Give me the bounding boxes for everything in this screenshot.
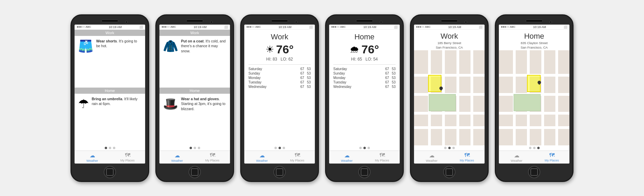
map-view[interactable] <box>414 50 485 145</box>
tab-icon-0: ☁ <box>90 152 95 159</box>
tab-item-1[interactable]: 🗺 My Places <box>364 151 400 164</box>
advice-item-1: 🎩 Wear a hat and gloves. Starting at 3pm… <box>159 94 230 145</box>
forecast-lo-2: 53 <box>392 76 396 80</box>
page-dots <box>414 145 485 151</box>
battery-icon: ⬜ <box>309 25 313 29</box>
forecast-day-1: Sunday <box>333 71 385 75</box>
home-button[interactable] <box>273 166 286 178</box>
tab-label-0: Weather <box>426 159 438 162</box>
address: 185 Berry StreetSan Francisco, CA <box>417 41 481 50</box>
road-v4 <box>471 50 473 145</box>
tab-label-1: My Places <box>205 159 220 162</box>
home-button[interactable] <box>358 166 371 178</box>
status-bar: ●●●○○ ABC 10:19 AM ⬜ <box>75 25 145 30</box>
time-label: 10:19 AM <box>109 25 122 29</box>
tab-icon-0: ☁ <box>344 152 350 159</box>
tab-item-1[interactable]: 🗺 My Places <box>280 151 315 164</box>
location-section-0: Work 🧥 Put on a coat. It's cold, and the… <box>159 30 230 88</box>
home-button[interactable] <box>443 166 455 178</box>
map-header: Home 835 Clayton StreetSan Francisco, CA <box>499 30 569 51</box>
forecast-hi-3: 67 <box>385 80 389 84</box>
weather-icon: 🌧 <box>350 44 359 55</box>
tab-item-0[interactable]: ☁ Weather <box>244 151 280 164</box>
screen: ●●●○○ ABC 10:19 AM ⬜ Home 835 Clayton St… <box>499 24 570 164</box>
weather-content: Home 🌧 76° HI: 65 LO: 54 Saturday 67 <box>329 30 400 145</box>
forecast-hi-0: 67 <box>300 67 304 71</box>
map-screen: Work 185 Berry StreetSan Francisco, CA <box>414 30 485 151</box>
tab-icon-1: 🗺 <box>210 152 215 158</box>
dot-0 <box>529 147 531 149</box>
phone-phone6: ●●●○○ ABC 10:19 AM ⬜ Home 835 Clayton St… <box>495 14 574 182</box>
dot-0 <box>444 147 447 149</box>
page-dots <box>499 145 569 151</box>
weather-screen: Work ☀ 76° HI: 83 LO: 62 Saturday 67 <box>244 30 315 151</box>
tab-item-1[interactable]: 🗺 My Places <box>534 151 569 164</box>
tab-item-0[interactable]: ☁ Weather <box>329 151 364 164</box>
road-h3 <box>499 112 569 115</box>
camera <box>210 21 212 23</box>
tab-item-0[interactable]: ☁ Weather <box>159 151 195 164</box>
home-button[interactable] <box>104 166 116 178</box>
tab-label-0: Weather <box>87 159 98 162</box>
tab-label-0: Weather <box>171 159 183 162</box>
tab-icon-0: ☁ <box>429 152 435 159</box>
forecast-lo-3: 53 <box>307 80 311 84</box>
road-v4 <box>555 50 558 145</box>
forecast-lo-3: 53 <box>392 80 396 84</box>
tab-item-0[interactable]: ☁ Weather <box>75 151 110 164</box>
advice-item-0: 🧥 Put on a coat. It's cold, and there's … <box>159 36 230 88</box>
dot-1 <box>363 147 366 149</box>
map-view[interactable] <box>499 50 569 145</box>
carrier-label: ●●●○○ ABC <box>416 25 430 28</box>
forecast-hi-2: 67 <box>300 76 304 80</box>
forecast-lo-1: 53 <box>392 71 396 75</box>
dot-1 <box>194 147 196 149</box>
advice-screen: Work 🩳 Wear shorts. It's going to be hot… <box>75 30 145 151</box>
tab-item-1[interactable]: 🗺 My Places <box>195 151 230 164</box>
tab-item-0[interactable]: ☁ Weather <box>414 151 449 164</box>
hi-low: HI: 65 LO: 54 <box>333 57 396 62</box>
time-label: 10:19 AM <box>194 25 207 29</box>
dot-1 <box>109 147 111 149</box>
forecast-lo-4: 53 <box>392 85 396 89</box>
tab-label-1: My Places <box>545 159 559 162</box>
home-button[interactable] <box>528 166 540 178</box>
forecast-lo-0: 53 <box>307 67 311 71</box>
forecast-hi-2: 67 <box>385 76 389 80</box>
battery-icon: ⬜ <box>479 25 482 29</box>
tab-item-0[interactable]: ☁ Weather <box>499 151 534 164</box>
status-bar: ●●●○○ ABC 10:19 AM ⬜ <box>414 25 485 30</box>
advice-item-0: 🩳 Wear shorts. It's going to be hot. <box>75 36 145 88</box>
location-section-1: Home 🎩 Wear a hat and gloves. Starting a… <box>159 88 230 145</box>
temperature: 76° <box>361 43 379 56</box>
forecast-row-2: Monday 67 53 <box>333 76 396 80</box>
carrier-label: ●●●○○ ABC <box>246 25 261 28</box>
battery-icon: ⬜ <box>394 25 398 29</box>
city-name: Work <box>417 32 481 41</box>
dot-2 <box>537 147 540 149</box>
tab-item-1[interactable]: 🗺 My Places <box>110 151 145 164</box>
home-button[interactable] <box>189 166 201 178</box>
camera <box>380 21 382 23</box>
weather-icon: ☀ <box>266 44 274 55</box>
forecast-temps-1: 67 53 <box>385 71 396 75</box>
forecast-day-4: Wednesday <box>248 85 300 89</box>
dot-2 <box>283 147 285 149</box>
dot-2 <box>198 147 200 149</box>
carrier-label: ●●●○○ ABC <box>162 25 176 28</box>
forecast-temps-4: 67 53 <box>300 85 311 89</box>
forecast-temps-0: 67 53 <box>300 67 311 71</box>
forecast-row-1: Sunday 67 53 <box>333 71 396 76</box>
status-bar: ●●●○○ ABC 10:19 AM ⬜ <box>499 25 569 30</box>
advice-icon-1: ☂ <box>78 98 89 110</box>
park <box>514 94 540 111</box>
tab-icon-0: ☁ <box>175 152 180 159</box>
screen: ●●●○○ ABC 10:19 AM ⬜ Work 🧥 Put on a coa… <box>159 24 230 164</box>
tab-item-1[interactable]: 🗺 My Places <box>449 151 485 164</box>
advice-screen: Work 🧥 Put on a coat. It's cold, and the… <box>159 30 230 151</box>
forecast-day-3: Tuesday <box>248 80 300 84</box>
location-section-0: Work 🩳 Wear shorts. It's going to be hot… <box>75 30 145 88</box>
advice-text-1: Bring an umbrella. It'll likely rain at … <box>92 96 142 106</box>
hi-low: HI: 83 LO: 62 <box>248 57 311 62</box>
phone-phone2: ●●●○○ ABC 10:19 AM ⬜ Work 🧥 Put on a coa… <box>155 14 234 182</box>
